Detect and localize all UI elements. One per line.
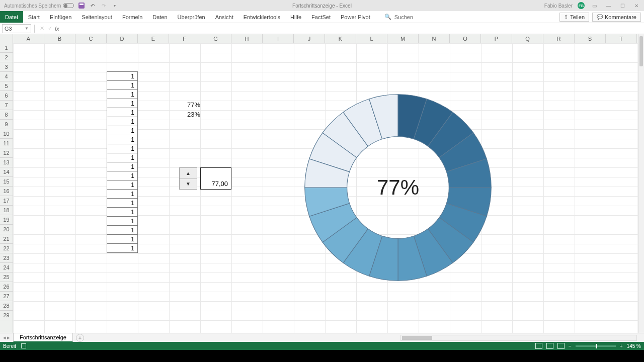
row-header-8[interactable]: 8 (0, 110, 13, 120)
zoom-out-button[interactable]: − (569, 343, 572, 349)
cell-d10[interactable]: 1 (107, 126, 138, 135)
cell-d21[interactable]: 1 (107, 225, 138, 235)
cell-remaining-percent[interactable]: 23% (169, 111, 200, 118)
col-header-S[interactable]: S (575, 34, 606, 43)
row-header-26[interactable]: 26 (0, 282, 13, 292)
col-header-E[interactable]: E (138, 34, 169, 43)
col-header-M[interactable]: M (387, 34, 419, 43)
view-normal-button[interactable] (535, 343, 542, 349)
comments-button[interactable]: 💬Kommentare (592, 13, 641, 22)
col-header-I[interactable]: I (263, 34, 294, 43)
tab-view[interactable]: Ansicht (210, 11, 238, 23)
row-header-1[interactable]: 1 (0, 43, 13, 53)
add-sheet-button[interactable]: + (76, 334, 84, 342)
spinner-down-button[interactable]: ▼ (180, 179, 197, 190)
tab-powerpivot[interactable]: Power Pivot (336, 11, 375, 23)
col-header-C[interactable]: C (75, 34, 107, 43)
spinner-value-cell[interactable]: 77,00 (200, 167, 231, 190)
col-header-N[interactable]: N (419, 34, 450, 43)
cell-d5[interactable]: 1 (107, 80, 138, 90)
row-header-11[interactable]: 11 (0, 139, 13, 148)
cell-d6[interactable]: 1 (107, 89, 138, 99)
tab-review[interactable]: Überprüfen (173, 11, 210, 23)
cell-d17[interactable]: 1 (107, 189, 138, 199)
name-box[interactable]: G3 ▼ (2, 24, 31, 33)
col-header-Q[interactable]: Q (512, 34, 543, 43)
data-column-d[interactable]: 11111111111111111111 (107, 72, 138, 253)
row-header-7[interactable]: 7 (0, 101, 13, 110)
row-header-19[interactable]: 19 (0, 215, 13, 225)
cell-d19[interactable]: 1 (107, 207, 138, 217)
tab-data[interactable]: Daten (147, 11, 172, 23)
row-header-18[interactable]: 18 (0, 206, 13, 215)
share-button[interactable]: ⇪Teilen (559, 13, 589, 22)
sheet-nav-next[interactable]: ▸ (7, 334, 10, 341)
cell-d11[interactable]: 1 (107, 135, 138, 144)
tab-help[interactable]: Hilfe (285, 11, 306, 23)
sheet-tab-active[interactable]: Fortschrittsanzeige (13, 333, 73, 342)
cell-d20[interactable]: 1 (107, 216, 138, 226)
col-header-B[interactable]: B (44, 34, 75, 43)
view-pagebreak-button[interactable] (557, 343, 565, 349)
row-header-25[interactable]: 25 (0, 273, 13, 282)
col-header-F[interactable]: F (169, 34, 200, 43)
view-pagelayout-button[interactable] (546, 343, 553, 349)
close-button[interactable]: ✕ (632, 2, 641, 9)
row-headers[interactable]: 1234567891011121314151617181920212223242… (0, 43, 13, 333)
customize-qat-button[interactable]: ▾ (111, 2, 118, 9)
zoom-slider[interactable] (576, 345, 616, 347)
row-header-13[interactable]: 13 (0, 158, 13, 167)
zoom-level[interactable]: 145 % (627, 343, 641, 349)
row-header-12[interactable]: 12 (0, 148, 13, 158)
row-header-9[interactable]: 9 (0, 120, 13, 129)
worksheet-grid[interactable]: ABCDEFGHIJKLMNOPQRST 1234567891011121314… (0, 34, 644, 333)
row-header-3[interactable]: 3 (0, 62, 13, 72)
col-header-P[interactable]: P (481, 34, 512, 43)
progress-donut-chart[interactable]: 77% (300, 89, 496, 286)
cell-d9[interactable]: 1 (107, 117, 138, 126)
tab-developer[interactable]: Entwicklertools (238, 11, 285, 23)
col-header-J[interactable]: J (294, 34, 325, 43)
cell-d15[interactable]: 1 (107, 171, 138, 180)
tab-formulas[interactable]: Formeln (117, 11, 147, 23)
cell-d8[interactable]: 1 (107, 108, 138, 117)
tab-pagelayout[interactable]: Seitenlayout (76, 11, 117, 23)
col-header-L[interactable]: L (356, 34, 387, 43)
row-header-23[interactable]: 23 (0, 253, 13, 263)
save-button[interactable] (78, 2, 85, 9)
tab-file[interactable]: Datei (0, 11, 23, 23)
col-header-A[interactable]: A (13, 34, 44, 43)
confirm-formula-button[interactable]: ✓ (46, 25, 54, 32)
fx-icon[interactable]: fx (55, 26, 59, 32)
col-header-R[interactable]: R (543, 34, 575, 43)
col-header-K[interactable]: K (325, 34, 356, 43)
row-header-28[interactable]: 28 (0, 301, 13, 311)
cell-d14[interactable]: 1 (107, 162, 138, 171)
row-header-22[interactable]: 22 (0, 244, 13, 253)
select-all-corner[interactable] (0, 34, 13, 43)
row-header-6[interactable]: 6 (0, 91, 13, 101)
cancel-formula-button[interactable]: ✕ (38, 25, 46, 32)
cell-filled-percent[interactable]: 77% (169, 101, 200, 109)
cell-d4[interactable]: 1 (107, 71, 138, 81)
column-headers[interactable]: ABCDEFGHIJKLMNOPQRST (13, 34, 638, 43)
cell-d13[interactable]: 1 (107, 153, 138, 162)
col-header-D[interactable]: D (107, 34, 138, 43)
tab-start[interactable]: Start (23, 11, 45, 23)
col-header-G[interactable]: G (200, 34, 231, 43)
user-avatar[interactable]: FB (578, 2, 585, 9)
col-header-O[interactable]: O (450, 34, 481, 43)
row-header-27[interactable]: 27 (0, 292, 13, 301)
redo-button[interactable]: ↷ (100, 2, 107, 9)
cell-d22[interactable]: 1 (107, 234, 138, 244)
vertical-scrollbar[interactable] (638, 34, 644, 333)
tell-me-search[interactable]: 🔍 Suchen (384, 11, 413, 23)
row-header-14[interactable]: 14 (0, 167, 13, 177)
col-header-H[interactable]: H (231, 34, 263, 43)
cell-d7[interactable]: 1 (107, 99, 138, 108)
autosave-toggle[interactable]: Automatisches Speichern (4, 3, 74, 9)
minimize-button[interactable]: — (604, 2, 613, 9)
row-header-2[interactable]: 2 (0, 53, 13, 62)
macro-record-icon[interactable] (21, 343, 26, 348)
col-header-T[interactable]: T (606, 34, 637, 43)
